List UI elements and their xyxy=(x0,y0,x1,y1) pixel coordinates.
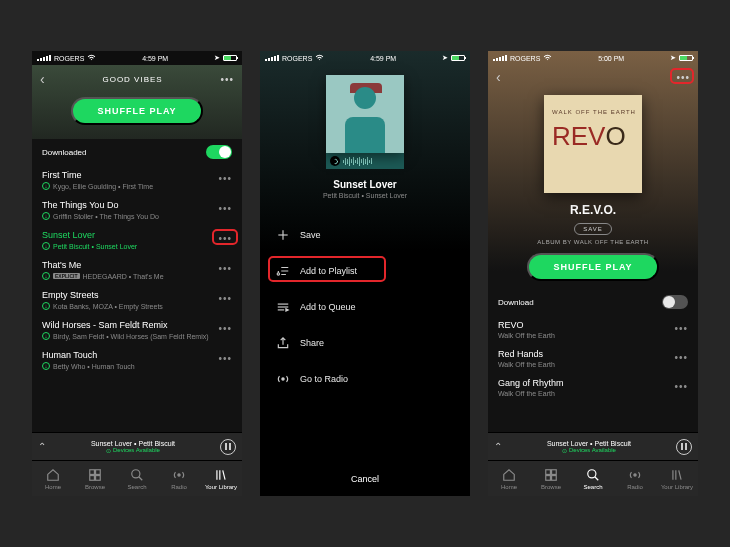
track-more-button[interactable]: ••• xyxy=(218,263,232,274)
track-more-button[interactable]: ••• xyxy=(674,352,688,363)
track-sub: HEDEGAARD • That's Me xyxy=(83,273,164,280)
screen-context-menu: ROGERS 4:59 PM ➤ Sunset Lover Petit Bisc… xyxy=(260,51,470,496)
now-playing-bar[interactable]: ⌃ Sunset Lover • Petit Biscuit ⊙Devices … xyxy=(488,432,698,460)
chevron-up-icon[interactable]: ⌃ xyxy=(38,441,46,452)
back-button[interactable]: ‹ xyxy=(496,69,501,85)
tab-label: Radio xyxy=(171,484,187,490)
tab-your-library[interactable]: Your Library xyxy=(656,461,698,496)
track-more-button[interactable]: ••• xyxy=(218,203,232,214)
downloaded-icon: ↓ xyxy=(42,302,50,310)
tab-browse[interactable]: Browse xyxy=(74,461,116,496)
svg-point-22 xyxy=(588,469,596,477)
track-more-button[interactable]: ••• xyxy=(218,353,232,364)
track-row[interactable]: Wild Horses - Sam Feldt Remix ↓Birdy, Sa… xyxy=(32,315,242,345)
plus-icon xyxy=(276,228,290,242)
track-row[interactable]: Sunset Lover ↓Petit Biscuit • Sunset Lov… xyxy=(32,225,242,255)
track-more-button[interactable]: ••• xyxy=(218,173,232,184)
save-button[interactable]: SAVE xyxy=(574,223,612,235)
radio-icon xyxy=(172,468,186,482)
tab-home[interactable]: Home xyxy=(488,461,530,496)
now-playing-bar[interactable]: ⌃ Sunset Lover • Petit Biscuit ⊙Devices … xyxy=(32,432,242,460)
downloaded-icon: ↓ xyxy=(42,212,50,220)
tab-label: Search xyxy=(583,484,602,490)
tab-label: Your Library xyxy=(205,484,237,490)
track-row[interactable]: Human Touch ↓Betty Who • Human Touch ••• xyxy=(32,345,242,375)
tab-search[interactable]: Search xyxy=(572,461,614,496)
shuffle-play-button[interactable]: SHUFFLE PLAY xyxy=(527,253,658,281)
tab-label: Home xyxy=(45,484,61,490)
track-row[interactable]: Gang of Rhythm Walk Off the Earth ••• xyxy=(488,373,698,402)
track-list: First Time ↓Kygo, Ellie Goulding • First… xyxy=(32,165,242,432)
wifi-icon xyxy=(543,54,552,63)
svg-rect-3 xyxy=(96,475,101,480)
radio-icon xyxy=(628,468,642,482)
browse-icon xyxy=(544,468,558,482)
album-art-text: REVO xyxy=(552,121,626,152)
devices-available[interactable]: ⊙Devices Available xyxy=(52,447,214,454)
tab-browse[interactable]: Browse xyxy=(530,461,572,496)
song-artist: Petit Biscuit • Sunset Lover xyxy=(260,192,470,199)
tab-search[interactable]: Search xyxy=(116,461,158,496)
tab-radio[interactable]: Radio xyxy=(614,461,656,496)
cancel-button[interactable]: Cancel xyxy=(260,462,470,496)
signal-icon xyxy=(37,55,51,61)
track-sub: Birdy, Sam Feldt • Wild Horses (Sam Feld… xyxy=(53,333,209,340)
album-byline: ALBUM BY WALK OFF THE EARTH xyxy=(488,239,698,245)
menu-go-to-radio[interactable]: Go to Radio xyxy=(260,361,470,397)
track-more-button[interactable]: ••• xyxy=(674,323,688,334)
track-title: First Time xyxy=(42,170,232,180)
tab-radio[interactable]: Radio xyxy=(158,461,200,496)
carrier-label: ROGERS xyxy=(54,55,84,62)
download-toggle[interactable] xyxy=(662,295,688,309)
menu-share[interactable]: Share xyxy=(260,325,470,361)
location-icon: ➤ xyxy=(214,54,220,62)
devices-available[interactable]: ⊙Devices Available xyxy=(508,447,670,454)
svg-line-5 xyxy=(139,476,143,480)
downloaded-icon: ↓ xyxy=(42,242,50,250)
svg-rect-0 xyxy=(90,469,95,474)
track-more-button[interactable]: ••• xyxy=(218,293,232,304)
track-title: The Things You Do xyxy=(42,200,232,210)
track-row[interactable]: Empty Streets ↓Kota Banks, MOZA • Empty … xyxy=(32,285,242,315)
tab-home[interactable]: Home xyxy=(32,461,74,496)
track-title: Gang of Rhythm xyxy=(498,378,688,388)
svg-point-17 xyxy=(282,378,284,380)
track-row[interactable]: REVO Walk Off the Earth ••• xyxy=(488,315,698,344)
svg-rect-21 xyxy=(552,475,557,480)
battery-icon xyxy=(223,55,237,61)
tab-label: Radio xyxy=(627,484,643,490)
shuffle-play-button[interactable]: SHUFFLE PLAY xyxy=(71,97,202,125)
pause-button[interactable] xyxy=(220,439,236,455)
download-toggle[interactable] xyxy=(206,145,232,159)
svg-point-24 xyxy=(634,473,636,475)
location-icon: ➤ xyxy=(442,54,448,62)
signal-icon xyxy=(265,55,279,61)
pause-button[interactable] xyxy=(676,439,692,455)
back-button[interactable]: ‹ xyxy=(40,71,45,87)
track-sub: Betty Who • Human Touch xyxy=(53,363,135,370)
menu-save[interactable]: Save xyxy=(260,217,470,253)
menu-add-to-queue[interactable]: Add to Queue xyxy=(260,289,470,325)
track-more-button[interactable]: ••• xyxy=(218,323,232,334)
menu-add-to-playlist[interactable]: Add to Playlist xyxy=(260,253,470,289)
highlight-add-playlist xyxy=(268,256,386,282)
menu-label: Save xyxy=(300,230,321,240)
clock: 5:00 PM xyxy=(598,55,624,62)
chevron-up-icon[interactable]: ⌃ xyxy=(494,441,502,452)
tab-your-library[interactable]: Your Library xyxy=(200,461,242,496)
track-more-button[interactable]: ••• xyxy=(674,381,688,392)
track-sub: Walk Off the Earth xyxy=(498,332,555,339)
album-art: WALK OFF THE EARTH REVO xyxy=(544,95,642,193)
spotify-code[interactable] xyxy=(326,153,404,169)
tab-bar: HomeBrowseSearchRadioYour Library xyxy=(32,460,242,496)
downloaded-icon: ↓ xyxy=(42,362,50,370)
tab-bar: HomeBrowseSearchRadioYour Library xyxy=(488,460,698,496)
track-row[interactable]: Red Hands Walk Off the Earth ••• xyxy=(488,344,698,373)
track-row[interactable]: The Things You Do ↓Griffin Stoller • The… xyxy=(32,195,242,225)
track-row[interactable]: First Time ↓Kygo, Ellie Goulding • First… xyxy=(32,165,242,195)
downloaded-label: Downloaded xyxy=(42,148,86,157)
more-button[interactable]: ••• xyxy=(220,74,234,85)
track-sub: Griffin Stoller • The Things You Do xyxy=(53,213,159,220)
svg-rect-20 xyxy=(546,475,551,480)
track-row[interactable]: That's Me ↓EXPLICITHEDEGAARD • That's Me… xyxy=(32,255,242,285)
